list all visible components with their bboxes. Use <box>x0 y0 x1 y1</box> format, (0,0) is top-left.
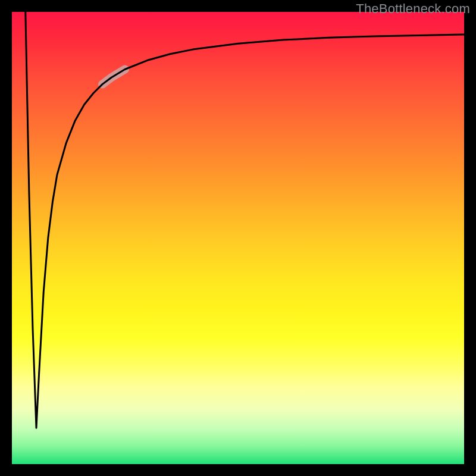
chart-frame: TheBottleneck.com <box>0 0 476 476</box>
bottleneck-curve <box>26 12 464 428</box>
watermark-label: TheBottleneck.com <box>356 1 470 17</box>
curve-layer <box>12 12 464 464</box>
plot-area <box>12 12 464 464</box>
